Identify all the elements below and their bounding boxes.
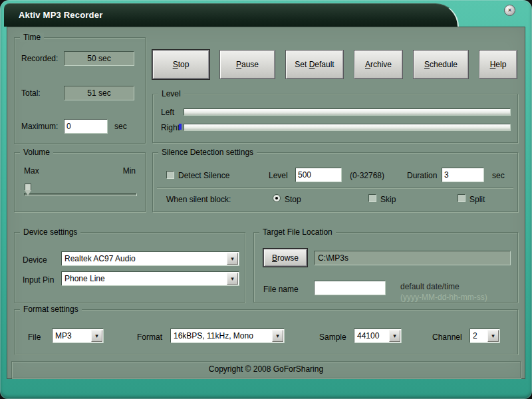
maximum-label: Maximum: <box>21 122 58 131</box>
device-label: Device <box>23 255 47 265</box>
chevron-down-icon[interactable]: ▾ <box>487 330 499 342</box>
format-settings-legend: Format settings <box>20 305 82 314</box>
device-select-value: Realtek AC97 Audio <box>65 254 225 263</box>
pause-button[interactable]: Pause <box>219 50 275 79</box>
device-settings-legend: Device settings <box>20 227 80 237</box>
target-file-group: Target File Location Browse C:\MP3s File… <box>253 232 518 303</box>
device-select[interactable]: Realtek AC97 Audio ▾ <box>61 251 239 266</box>
detect-silence-label: Detect Silence <box>178 171 229 180</box>
right-level-marker <box>179 124 182 130</box>
recorded-value-field: 50 sec <box>64 51 134 66</box>
help-button[interactable]: Help <box>479 50 517 79</box>
volume-min-label: Min <box>123 166 136 176</box>
close-button[interactable]: ✕ <box>504 5 515 16</box>
device-settings-group: Device settings Device Realtek AC97 Audi… <box>14 232 245 303</box>
silence-level-label: Level <box>269 171 288 180</box>
format-select[interactable]: 16kBPS, 11kHz, Mono ▾ <box>170 329 285 343</box>
copyright-bar: Copyright © 2008 GoForSharing <box>11 361 521 378</box>
split-option-label: Split <box>469 195 485 204</box>
file-name-input[interactable] <box>314 281 386 295</box>
level-legend: Level <box>158 89 184 98</box>
app-window: Aktiv MP3 Recorder ✕ Time Recorded: 50 s… <box>0 0 532 399</box>
total-value-field: 51 sec <box>64 86 134 100</box>
channel-select[interactable]: 2 ▾ <box>469 329 500 343</box>
detect-silence-checkbox[interactable] <box>166 171 174 179</box>
titlebar: Aktiv MP3 Recorder <box>4 3 459 27</box>
file-type-label: File <box>28 332 41 342</box>
chevron-down-icon[interactable]: ▾ <box>227 273 238 285</box>
when-silent-label: When silent block: <box>166 195 231 204</box>
set-default-button[interactable]: Set Default <box>285 50 344 79</box>
volume-max-label: Max <box>24 166 39 176</box>
channel-label: Channel <box>432 332 462 342</box>
app-title: Aktiv MP3 Recorder <box>19 4 102 27</box>
duration-label: Duration <box>407 171 437 180</box>
maximum-input[interactable] <box>64 119 108 134</box>
left-level-meter <box>184 108 511 116</box>
skip-option-label: Skip <box>380 195 396 204</box>
sample-rate-select[interactable]: 44100 ▾ <box>354 329 402 343</box>
sample-rate-label: Sample <box>319 332 346 342</box>
total-label: Total: <box>21 88 41 98</box>
toolbar: Stop Pause Set Default Archive Schedule … <box>152 50 519 79</box>
chevron-down-icon[interactable]: ▾ <box>389 330 400 342</box>
file-type-select[interactable]: MP3 ▾ <box>52 329 104 343</box>
close-icon: ✕ <box>507 7 512 13</box>
archive-button[interactable]: Archive <box>354 50 403 79</box>
maximum-unit-label: sec <box>114 122 127 131</box>
silence-level-range-label: (0-32768) <box>350 171 384 180</box>
split-checkbox[interactable] <box>458 194 466 202</box>
browse-button[interactable]: Browse <box>263 249 307 267</box>
volume-legend: Volume <box>20 148 53 157</box>
chevron-down-icon[interactable]: ▾ <box>227 253 238 265</box>
volume-slider-track[interactable] <box>24 193 137 196</box>
left-channel-label: Left <box>161 108 174 117</box>
stop-option-label: Stop <box>285 195 301 204</box>
channel-select-value: 2 <box>473 331 486 340</box>
file-type-select-value: MP3 <box>55 331 90 340</box>
file-name-label: File name <box>263 285 299 294</box>
format-settings-group: Format settings File MP3 ▾ Format 16kBPS… <box>14 309 518 354</box>
datetime-format-hint: (yyyy-MM-dd-hh-mm-ss) <box>400 293 487 302</box>
chevron-down-icon[interactable]: ▾ <box>91 330 102 342</box>
right-channel-label: Right <box>161 123 180 132</box>
schedule-button[interactable]: Schedule <box>413 50 469 79</box>
recorded-label: Recorded: <box>21 54 58 63</box>
volume-slider-thumb[interactable] <box>24 184 32 196</box>
input-pin-select[interactable]: Phone Line ▾ <box>61 271 239 286</box>
right-level-meter <box>184 124 511 131</box>
target-file-legend: Target File Location <box>259 227 336 237</box>
stop-radio[interactable] <box>273 194 281 202</box>
chevron-down-icon[interactable]: ▾ <box>272 330 283 342</box>
sample-rate-select-value: 44100 <box>357 331 388 340</box>
default-datetime-hint: default date/time <box>400 282 460 291</box>
duration-unit-label: sec <box>492 171 505 180</box>
time-group: Time Recorded: 50 sec Total: 51 sec Maxi… <box>14 37 146 144</box>
input-pin-label: Input Pin <box>23 275 54 285</box>
time-legend: Time <box>20 33 44 42</box>
stop-button[interactable]: Stop <box>152 50 209 79</box>
level-group: Level Left Right <box>152 94 518 143</box>
format-label: Format <box>137 332 162 342</box>
volume-group: Volume Max Min <box>14 152 146 212</box>
main-panel: Time Recorded: 50 sec Total: 51 sec Maxi… <box>7 27 525 379</box>
input-pin-select-value: Phone Line <box>65 274 225 283</box>
silence-separator <box>157 188 513 189</box>
skip-checkbox[interactable] <box>368 194 376 202</box>
target-path-field[interactable]: C:\MP3s <box>314 251 511 265</box>
silence-legend: Silence Detection settings <box>158 148 257 157</box>
silence-level-input[interactable] <box>295 168 342 182</box>
duration-input[interactable] <box>442 168 484 182</box>
silence-detection-group: Silence Detection settings Detect Silenc… <box>152 152 518 212</box>
copyright-text: Copyright © 2008 GoForSharing <box>209 364 323 374</box>
format-select-value: 16kBPS, 11kHz, Mono <box>174 331 271 340</box>
